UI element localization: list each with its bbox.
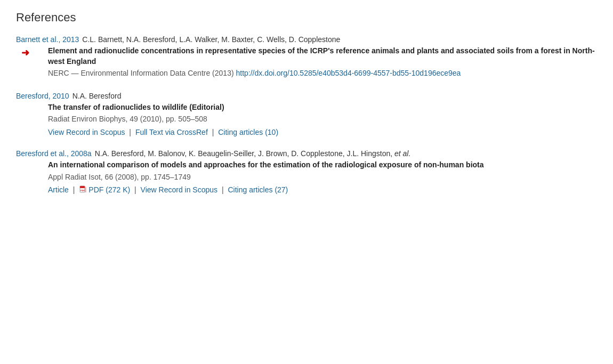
ref-action-links: View Record in Scopus | Full Text via Cr… <box>16 128 597 136</box>
ref-authors: N.A. Beresford, M. Balonov, K. Beaugelin… <box>95 149 411 158</box>
svg-rect-1 <box>80 186 85 188</box>
ref-title: An international comparison of models an… <box>48 160 597 171</box>
reference-item: Beresford, 2010N.A. BeresfordThe transfe… <box>16 92 597 136</box>
ref-header-line: Beresford et al., 2008aN.A. Beresford, M… <box>16 149 597 158</box>
reference-item: Beresford et al., 2008aN.A. Beresford, M… <box>16 149 597 195</box>
ref-doi-link[interactable]: http://dx.doi.org/10.5285/e40b53d4-6699-… <box>236 69 461 77</box>
ref-link[interactable]: View Record in Scopus <box>48 128 125 136</box>
ref-key-link[interactable]: Beresford, 2010 <box>16 92 69 100</box>
ref-link[interactable]: PDF (272 K) <box>88 185 130 194</box>
svg-rect-4 <box>85 188 86 192</box>
ref-source: NERC — Environmental Information Data Ce… <box>16 68 597 79</box>
ref-title-block: The transfer of radionuclides to wildlif… <box>16 102 597 113</box>
ref-authors: C.L. Barnett, N.A. Beresford, L.A. Walke… <box>82 35 340 44</box>
ref-source: Radiat Environ Biophys, 49 (2010), pp. 5… <box>16 114 597 125</box>
ref-authors: N.A. Beresford <box>72 92 122 100</box>
ref-link[interactable]: Citing articles (10) <box>218 128 278 136</box>
ref-key-link[interactable]: Barnett et al., 2013 <box>16 35 79 44</box>
ref-title-block: ➜Element and radionuclide concentrations… <box>16 46 597 67</box>
svg-marker-3 <box>85 186 86 188</box>
references-list: Barnett et al., 2013C.L. Barnett, N.A. B… <box>16 35 597 195</box>
link-separator: | <box>220 185 225 194</box>
svg-text:PDF: PDF <box>80 189 85 192</box>
ref-link[interactable]: Full Text via CrossRef <box>135 128 208 136</box>
ref-link[interactable]: Citing articles (27) <box>228 185 288 194</box>
reference-item: Barnett et al., 2013C.L. Barnett, N.A. B… <box>16 35 597 79</box>
ref-link[interactable]: View Record in Scopus <box>141 185 217 194</box>
ref-header-line: Barnett et al., 2013C.L. Barnett, N.A. B… <box>16 35 597 44</box>
link-separator: | <box>127 128 133 136</box>
pdf-icon: PDF <box>79 185 87 194</box>
ref-header-line: Beresford, 2010N.A. Beresford <box>16 92 597 100</box>
arrow-icon: ➜ <box>21 47 29 59</box>
ref-link[interactable]: Article <box>48 185 69 194</box>
ref-title: The transfer of radionuclides to wildlif… <box>48 102 597 113</box>
link-separator: | <box>71 185 77 194</box>
ref-action-links: Article | PDF PDF (272 K) | View Record … <box>16 185 597 195</box>
page-title: References <box>16 11 597 25</box>
ref-source: Appl Radiat Isot, 66 (2008), pp. 1745–17… <box>16 172 597 183</box>
link-separator: | <box>210 128 216 136</box>
link-separator: | <box>132 185 138 194</box>
ref-title-block: An international comparison of models an… <box>16 160 597 171</box>
ref-title: Element and radionuclide concentrations … <box>48 46 597 67</box>
ref-key-link[interactable]: Beresford et al., 2008a <box>16 149 92 158</box>
